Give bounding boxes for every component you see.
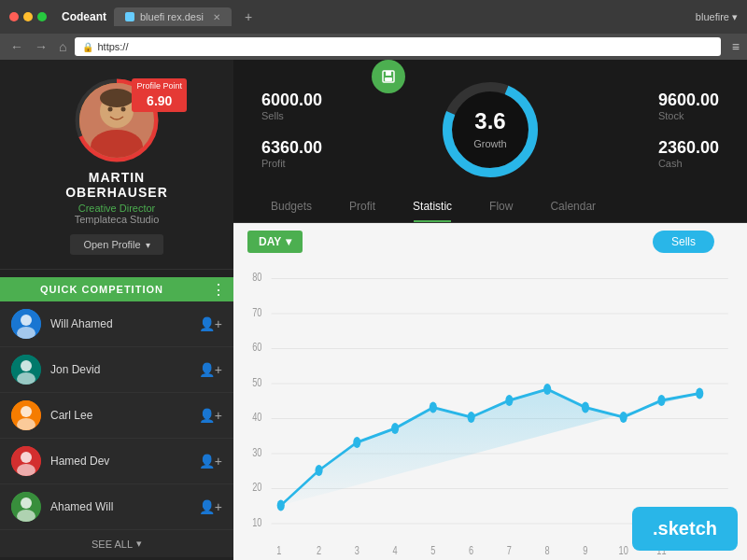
svg-point-50 xyxy=(582,402,589,413)
list-item[interactable]: Carl Lee 👤+ xyxy=(0,393,233,439)
sells-button[interactable]: Sells xyxy=(653,231,714,253)
open-profile-label: Open Profile xyxy=(83,239,140,250)
tab-profit[interactable]: Profit xyxy=(331,190,394,222)
sidebar: Profile Point 6.90 MARTIN OBERHAUSER Cre… xyxy=(0,60,233,560)
add-user-icon[interactable]: 👤+ xyxy=(199,316,222,331)
browser-tab[interactable]: bluefi rex.desi ✕ xyxy=(114,7,232,26)
svg-text:40: 40 xyxy=(252,411,261,424)
chart-area: DAY ▾ Sells 80 70 60 50 40 30 20 10 xyxy=(233,223,747,560)
minimize-dot[interactable] xyxy=(23,12,33,21)
stock-label: Stock xyxy=(658,110,719,121)
svg-text:3: 3 xyxy=(355,543,359,556)
tab-favicon xyxy=(125,12,134,21)
svg-point-51 xyxy=(620,412,627,423)
app-container: Profile Point 6.90 MARTIN OBERHAUSER Cre… xyxy=(0,60,747,560)
profile-section: Profile Point 6.90 MARTIN OBERHAUSER Cre… xyxy=(0,60,233,270)
tab-statistic[interactable]: Statistic xyxy=(394,190,471,222)
competition-title: QUICK COMPETITION xyxy=(0,277,204,301)
stats-row: 6000.00 Sells 6360.00 Profit xyxy=(233,60,747,190)
list-item[interactable]: Jon Devid 👤+ xyxy=(0,347,233,393)
svg-point-48 xyxy=(505,395,513,406)
profile-badge: Profile Point 6.90 xyxy=(132,78,187,112)
avatar xyxy=(11,309,41,339)
competitor-name: Will Ahamed xyxy=(50,317,199,330)
competitor-name: Carl Lee xyxy=(50,409,199,422)
svg-text:4: 4 xyxy=(393,543,399,556)
svg-text:7: 7 xyxy=(507,543,512,556)
day-dropdown[interactable]: DAY ▾ xyxy=(247,231,303,253)
stock-stat: 9600.00 Stock xyxy=(658,91,719,121)
svg-point-6 xyxy=(108,107,113,112)
growth-donut: 3.6 Growth xyxy=(331,78,649,181)
left-stats: 6000.00 Sells 6360.00 Profit xyxy=(261,91,322,169)
maximize-dot[interactable] xyxy=(37,12,47,21)
nav-home-button[interactable]: ⌂ xyxy=(56,39,69,54)
sketch-label: .sketch xyxy=(653,518,717,539)
growth-value: 3.6 xyxy=(473,108,506,134)
new-tab-button[interactable]: + xyxy=(239,9,258,24)
svg-point-7 xyxy=(121,107,126,112)
save-icon xyxy=(381,69,396,84)
nav-forward-button[interactable]: → xyxy=(32,39,50,54)
list-item[interactable]: Will Ahamed 👤+ xyxy=(0,301,233,347)
address-bar[interactable]: 🔒 https:// xyxy=(75,37,720,56)
close-dot[interactable] xyxy=(9,12,19,21)
add-user-icon[interactable]: 👤+ xyxy=(199,499,222,514)
svg-point-44 xyxy=(353,437,360,448)
nav-back-button[interactable]: ← xyxy=(7,39,26,54)
add-user-icon[interactable]: 👤+ xyxy=(199,408,222,423)
tab-close-icon[interactable]: ✕ xyxy=(213,12,220,22)
tab-budgets[interactable]: Budgets xyxy=(252,190,331,222)
sells-label: Sells xyxy=(261,110,322,121)
sketch-badge[interactable]: .sketch xyxy=(632,507,738,551)
sells-stat: 6000.00 Sells xyxy=(261,91,322,121)
svg-point-18 xyxy=(21,452,32,463)
svg-point-49 xyxy=(543,384,551,395)
right-stats: 9600.00 Stock 2360.00 Cash xyxy=(658,91,719,169)
see-all-button[interactable]: SEE ALL ▾ xyxy=(0,530,233,557)
profit-value: 6360.00 xyxy=(261,138,322,158)
open-profile-button[interactable]: Open Profile ▾ xyxy=(70,234,162,255)
profile-first-name: MARTIN xyxy=(89,170,145,185)
chart-toolbar: DAY ▾ Sells xyxy=(233,223,747,260)
avatar xyxy=(11,400,41,430)
avatar xyxy=(11,446,41,476)
svg-point-47 xyxy=(468,412,475,423)
svg-text:2: 2 xyxy=(317,543,321,556)
badge-label: Profile Point xyxy=(136,81,182,91)
donut-center: 3.6 Growth xyxy=(473,108,506,151)
svg-point-42 xyxy=(277,500,285,511)
svg-point-45 xyxy=(391,423,399,434)
svg-text:9: 9 xyxy=(583,543,587,556)
see-all-label: SEE ALL xyxy=(92,539,133,550)
badge-value: 6.90 xyxy=(136,92,182,109)
add-user-icon[interactable]: 👤+ xyxy=(199,454,222,469)
avatar xyxy=(11,355,41,385)
avatar xyxy=(11,492,41,522)
stock-value: 9600.00 xyxy=(658,91,719,110)
svg-text:5: 5 xyxy=(430,543,435,556)
top-icon-button[interactable] xyxy=(372,60,405,93)
competition-menu-icon[interactable]: ⋮ xyxy=(204,281,233,299)
tab-flow[interactable]: Flow xyxy=(471,190,531,222)
tab-calendar[interactable]: Calendar xyxy=(531,190,614,222)
chevron-down-icon: ▾ xyxy=(146,240,150,250)
address-bar-row: ← → ⌂ 🔒 https:// ≡ xyxy=(0,34,747,60)
add-user-icon[interactable]: 👤+ xyxy=(199,362,222,377)
day-label: DAY xyxy=(259,235,281,248)
svg-text:30: 30 xyxy=(252,445,261,458)
list-item[interactable]: Ahamed Will 👤+ xyxy=(0,484,233,530)
svg-text:10: 10 xyxy=(619,543,628,556)
browser-logo: Codeant xyxy=(62,10,106,23)
tab-label: bluefi rex.desi xyxy=(140,11,204,22)
competition-section: QUICK COMPETITION ⋮ Will Ahamed 👤+ xyxy=(0,270,233,560)
list-item[interactable]: Hamed Dev 👤+ xyxy=(0,439,233,484)
svg-point-46 xyxy=(430,402,437,413)
browser-menu-icon[interactable]: ≡ xyxy=(732,39,740,54)
svg-text:8: 8 xyxy=(545,543,550,556)
main-area: 6000.00 Sells 6360.00 Profit xyxy=(233,60,747,560)
sells-value: 6000.00 xyxy=(261,91,322,110)
svg-rect-67 xyxy=(385,77,392,81)
competitor-name: Hamed Dev xyxy=(50,455,199,468)
svg-text:10: 10 xyxy=(252,515,261,528)
